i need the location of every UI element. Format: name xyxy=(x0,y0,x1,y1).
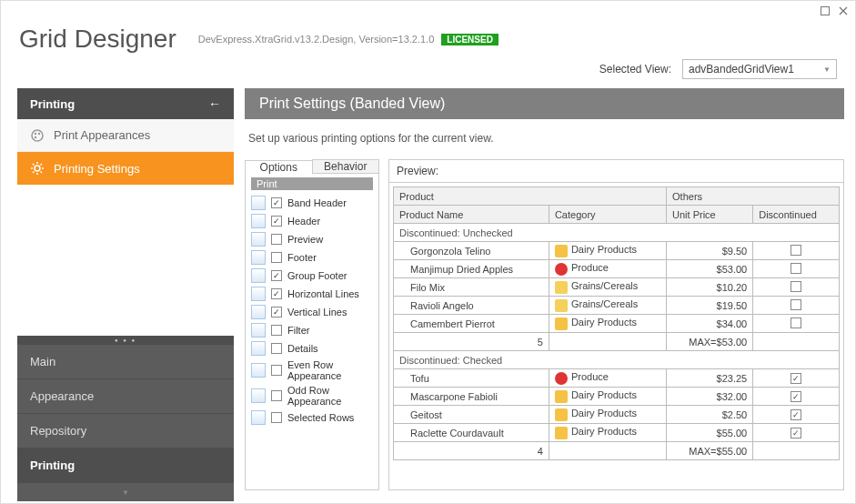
column-header[interactable]: Unit Price xyxy=(667,206,753,224)
svg-point-3 xyxy=(32,130,43,141)
table-row[interactable]: Filo Mix Grains/Cereals $10.20 xyxy=(394,278,840,297)
table-row[interactable]: Geitost Dairy Products $2.50 ✓ xyxy=(394,406,840,424)
grid-layout-icon xyxy=(251,341,266,356)
option-group-footer[interactable]: ✓Group Footer xyxy=(251,267,373,285)
option-label: Vertical Lines xyxy=(287,307,347,318)
checkbox xyxy=(791,299,801,310)
cell-discontinued: ✓ xyxy=(753,388,840,406)
sidebar-item-print-appearances[interactable]: Print Appearances xyxy=(17,119,234,152)
cell-product-name: Raclette Courdavault xyxy=(394,424,549,442)
page-title: Print Settings (Banded View) xyxy=(245,88,844,119)
tab-options[interactable]: Options xyxy=(245,160,312,175)
grid-layout-icon xyxy=(251,323,266,338)
grid-layout-icon xyxy=(251,363,266,378)
cell-category: Dairy Products xyxy=(549,388,666,406)
selected-view-value: advBandedGridView1 xyxy=(689,63,794,76)
checkbox xyxy=(791,263,801,274)
cell-discontinued xyxy=(753,315,840,333)
cell-unit-price: $2.50 xyxy=(667,406,753,424)
checkbox[interactable] xyxy=(271,365,282,376)
option-footer[interactable]: Footer xyxy=(251,248,373,267)
option-label: Group Footer xyxy=(287,270,347,281)
table-row[interactable]: Camembert Pierrot Dairy Products $34.00 xyxy=(394,315,840,333)
cell-product-name: Tofu xyxy=(394,369,549,388)
selected-view-combo[interactable]: advBandedGridView1 ▼ xyxy=(682,59,837,79)
grid-layout-icon xyxy=(251,268,266,283)
close-button[interactable] xyxy=(837,5,850,17)
checkbox[interactable]: ✓ xyxy=(271,288,282,299)
svg-line-12 xyxy=(33,164,35,166)
group-summary-row: 4 MAX=$55.00 xyxy=(394,442,840,460)
category-icon xyxy=(555,299,568,312)
checkbox[interactable]: ✓ xyxy=(271,307,282,318)
app-title: Grid Designer xyxy=(19,25,176,54)
column-header[interactable]: Discontinued xyxy=(753,206,840,224)
option-even-row-appearance[interactable]: Even Row Appearance xyxy=(251,358,373,383)
cell-product-name: Geitost xyxy=(394,406,549,424)
checkbox[interactable] xyxy=(271,412,282,423)
category-icon xyxy=(555,318,568,330)
sidebar-divider: ● ● ● xyxy=(17,336,234,345)
checkbox xyxy=(791,245,801,256)
summary-count: 4 xyxy=(394,442,549,460)
option-odd-row-appearance[interactable]: Odd Row Appearance xyxy=(251,383,373,408)
grid-layout-icon xyxy=(251,410,266,425)
option-vertical-lines[interactable]: ✓Vertical Lines xyxy=(251,303,373,321)
cell-category: Grains/Cereals xyxy=(549,297,666,315)
checkbox[interactable]: ✓ xyxy=(271,197,282,208)
maximize-button[interactable] xyxy=(819,5,831,17)
sidebar-category-appearance[interactable]: Appearance xyxy=(17,379,234,414)
svg-point-7 xyxy=(35,166,40,171)
option-band-header[interactable]: ✓Band Header xyxy=(251,194,373,212)
checkbox[interactable] xyxy=(271,234,282,245)
table-row[interactable]: Mascarpone Fabioli Dairy Products $32.00… xyxy=(394,388,840,406)
option-selected-rows[interactable]: Selected Rows xyxy=(251,408,373,427)
checkbox[interactable] xyxy=(271,390,282,401)
sidebar-expand-button[interactable]: ▼ xyxy=(17,483,234,501)
checkbox[interactable] xyxy=(271,343,282,354)
category-icon xyxy=(555,427,568,439)
cell-discontinued xyxy=(753,278,840,297)
group-row[interactable]: Discontinued: Unchecked xyxy=(394,224,840,242)
checkbox[interactable] xyxy=(271,325,282,336)
option-label: Header xyxy=(287,216,320,227)
cell-category: Grains/Cereals xyxy=(549,278,666,297)
sidebar-category-repository[interactable]: Repository xyxy=(17,414,234,449)
table-row[interactable]: Ravioli Angelo Grains/Cereals $19.50 xyxy=(394,297,840,315)
chevron-down-icon: ▼ xyxy=(823,66,831,74)
cell-discontinued xyxy=(753,260,840,278)
table-row[interactable]: Manjimup Dried Apples Produce $53.00 xyxy=(394,260,840,278)
sidebar-item-printing-settings[interactable]: Printing Settings xyxy=(17,152,234,185)
svg-rect-0 xyxy=(821,7,830,15)
checkbox[interactable] xyxy=(271,252,282,263)
option-filter[interactable]: Filter xyxy=(251,321,373,339)
option-preview[interactable]: Preview xyxy=(251,230,373,248)
grid-layout-icon xyxy=(251,232,266,247)
sidebar-category-main[interactable]: Main xyxy=(17,345,234,379)
option-details[interactable]: Details xyxy=(251,339,373,358)
table-row[interactable]: Tofu Produce $23.25 ✓ xyxy=(394,369,840,388)
sidebar-item-label: Printing Settings xyxy=(54,162,140,176)
group-row[interactable]: Discontinued: Checked xyxy=(394,351,840,369)
checkbox[interactable]: ✓ xyxy=(271,270,282,281)
checkbox: ✓ xyxy=(791,409,801,420)
back-arrow-icon[interactable]: ← xyxy=(208,96,221,111)
sidebar-category-printing[interactable]: Printing xyxy=(17,449,234,483)
column-header[interactable]: Category xyxy=(549,206,666,224)
tab-behavior[interactable]: Behavior xyxy=(312,159,380,174)
option-label: Preview xyxy=(287,234,323,245)
cell-category: Dairy Products xyxy=(549,242,666,260)
option-label: Footer xyxy=(287,252,317,263)
table-row[interactable]: Gorgonzola Telino Dairy Products $9.50 xyxy=(394,242,840,260)
summary-max: MAX=$55.00 xyxy=(667,442,753,460)
table-row[interactable]: Raclette Courdavault Dairy Products $55.… xyxy=(394,424,840,442)
option-header[interactable]: ✓Header xyxy=(251,212,373,230)
column-header[interactable]: Product Name xyxy=(394,206,549,224)
cell-unit-price: $9.50 xyxy=(667,242,753,260)
cell-unit-price: $10.20 xyxy=(667,278,753,297)
options-group-label: Print xyxy=(251,177,373,190)
option-horizontal-lines[interactable]: ✓Horizontal Lines xyxy=(251,285,373,303)
checkbox[interactable]: ✓ xyxy=(271,216,282,227)
cell-discontinued: ✓ xyxy=(753,424,840,442)
svg-line-14 xyxy=(33,172,35,174)
